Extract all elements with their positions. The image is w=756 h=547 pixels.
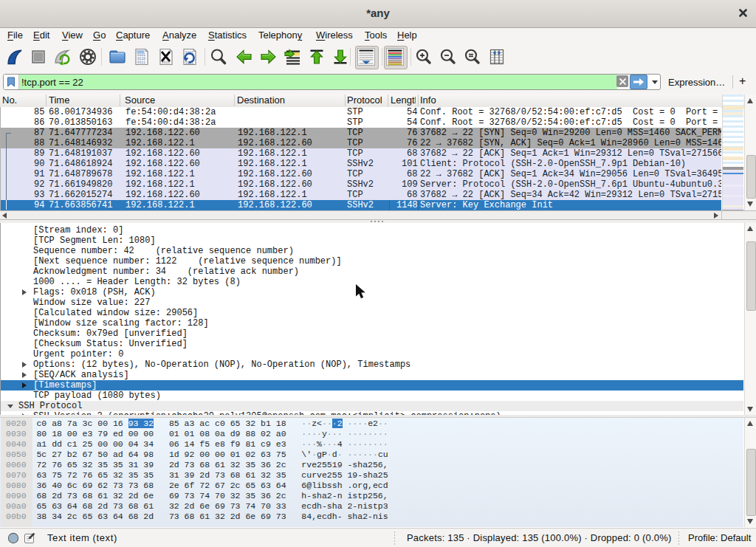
svg-text:0111: 0111 <box>137 61 145 64</box>
